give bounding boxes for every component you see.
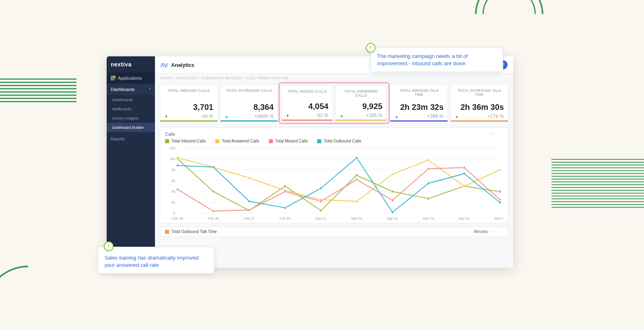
sidebar-applications-label: Applications	[118, 76, 142, 80]
svg-point-55	[212, 166, 215, 168]
legend-swatch	[165, 139, 169, 143]
svg-point-30	[391, 190, 394, 193]
alert-icon: !	[104, 241, 114, 251]
sidebar-item-wallboards[interactable]: Wallboards	[107, 104, 155, 113]
card-label: TOTAL OUTBOUND CALLS	[225, 89, 274, 93]
svg-text:Feb 26: Feb 26	[208, 217, 219, 221]
highlighted-cards: TOTAL MISSED CALLS4,054▼-52 %TOTAL ANSWE…	[281, 84, 388, 122]
minutes-legend: Total Outbound Talk Time	[165, 229, 217, 234]
trend-up-icon: ▲	[340, 113, 344, 118]
svg-text:Mar 01: Mar 01	[316, 217, 326, 221]
line-chart: 020406080100120Feb 25Feb 26Feb 27Feb 28M…	[165, 146, 503, 222]
legend-label: Total Answered Calls	[222, 139, 259, 143]
svg-point-29	[355, 174, 358, 177]
svg-point-36	[248, 177, 250, 179]
svg-text:60: 60	[171, 179, 175, 183]
stat-card[interactable]: TOTAL MISSED CALLS4,054▼-52 %	[281, 85, 333, 121]
card-value: 2h 23m 32s	[394, 103, 444, 112]
calls-chart-panel: Calls ∿ ⋮ Total Inbound CallsTotal Answe…	[160, 128, 508, 223]
svg-point-45	[212, 210, 215, 212]
svg-text:120: 120	[169, 146, 175, 150]
stat-card[interactable]: TOTAL ANSWERED CALLS9,925▲+265 %	[335, 85, 387, 121]
svg-point-48	[320, 200, 322, 202]
svg-text:Mar 04: Mar 04	[423, 217, 434, 221]
svg-point-28	[320, 209, 322, 212]
card-label: TOTAL MISSED CALLS	[286, 89, 328, 93]
alert-icon: !	[366, 43, 376, 53]
callout-text: The marketing campaign needs a bit of im…	[377, 53, 468, 66]
main-area: ⋀⋁ Analytics ▢ ◇ ? ⚲ P HOME > ANALYTICS …	[155, 56, 513, 268]
svg-point-56	[248, 200, 250, 202]
card-label: TOTAL INBOUND TALK TIME	[394, 89, 444, 97]
legend-item: Total Missed Calls	[269, 139, 308, 143]
svg-text:0: 0	[173, 211, 175, 215]
chart-more-icon[interactable]: ⋮	[499, 229, 503, 234]
card-value: 8,364	[225, 103, 274, 112]
trend-up-icon: ▲	[394, 114, 398, 119]
card-delta: +178 %	[487, 113, 504, 119]
card-value: 2h 36m 30s	[455, 103, 504, 112]
card-value: 9,925	[340, 102, 382, 111]
trend-up-icon: ▲	[225, 114, 229, 119]
svg-point-61	[427, 182, 429, 185]
page-title: Analytics	[171, 62, 194, 68]
chevron-up-icon: ˄	[149, 87, 151, 92]
svg-point-34	[176, 157, 179, 159]
svg-point-51	[427, 167, 429, 170]
chart-toggle-icon[interactable]: ∿	[491, 131, 495, 136]
callout-text: Sales training has dramatically improved…	[105, 255, 198, 268]
sidebar-section-dashboards[interactable]: Dashboards ˄	[107, 84, 155, 95]
svg-text:Mar 06: Mar 06	[495, 217, 503, 221]
svg-point-33	[499, 190, 501, 193]
sidebar-item-dashboards[interactable]: Dashboards	[107, 95, 155, 104]
trend-down-icon: ▼	[164, 114, 168, 119]
svg-point-54	[176, 164, 179, 167]
svg-point-42	[463, 185, 465, 188]
legend-label: Total Outbound Calls	[324, 139, 361, 143]
sidebar-item-dashboard-builder[interactable]: Dashboard Builder	[107, 123, 155, 132]
analytics-icon: ⋀⋁	[161, 62, 168, 68]
svg-text:Mar 05: Mar 05	[459, 217, 470, 221]
svg-point-52	[463, 167, 465, 169]
legend-swatch	[317, 139, 321, 143]
app-window: nextiva Applications Dashboards ˄ Dashbo…	[107, 56, 513, 268]
chart-more-icon[interactable]: ⋮	[499, 131, 503, 136]
legend-item: Total Inbound Calls	[165, 139, 206, 143]
svg-point-49	[355, 178, 358, 181]
svg-point-53	[499, 198, 501, 201]
svg-point-41	[427, 159, 429, 161]
stat-card[interactable]: TOTAL OUTBOUND CALLS8,364▲+3400 %	[220, 84, 278, 122]
svg-point-47	[284, 190, 286, 193]
chart-toggle-icon[interactable]: ∿	[492, 229, 495, 234]
svg-point-44	[176, 188, 179, 191]
svg-point-59	[355, 157, 358, 159]
card-value: 4,054	[286, 102, 328, 111]
stat-card[interactable]: TOTAL INBOUND TALK TIME2h 23m 32s▲+399 %	[390, 84, 448, 122]
svg-point-31	[427, 198, 429, 200]
card-delta: -52 %	[316, 113, 328, 118]
stat-card[interactable]: TOTAL INBOUND CALLS3,701▼-34 %	[160, 84, 218, 122]
card-delta: +3400 %	[254, 113, 274, 119]
svg-point-60	[391, 211, 394, 213]
trend-down-icon: ▼	[286, 113, 290, 118]
svg-point-50	[391, 199, 394, 202]
card-label: TOTAL INBOUND CALLS	[164, 89, 213, 93]
svg-point-58	[320, 187, 322, 190]
svg-point-62	[463, 172, 465, 175]
stat-card[interactable]: TOTAL OUTBOUND TALK TIME2h 36m 30s▲+178 …	[450, 84, 508, 122]
sidebar-item-survey-insights[interactable]: Survey Insights	[107, 113, 155, 123]
svg-text:Feb 28: Feb 28	[280, 217, 291, 221]
sidebar-section-label: Dashboards	[111, 87, 134, 92]
svg-text:20: 20	[171, 200, 175, 204]
svg-point-25	[212, 190, 215, 193]
legend-swatch	[215, 139, 219, 143]
card-label: TOTAL OUTBOUND TALK TIME	[455, 89, 504, 97]
minutes-panel: Total Outbound Talk Time Minutes ∿ ⋮	[160, 227, 508, 237]
svg-point-27	[284, 185, 286, 188]
legend-swatch	[165, 230, 169, 234]
legend-item: Total Outbound Calls	[317, 139, 361, 143]
svg-text:Mar 02: Mar 02	[351, 217, 362, 221]
sidebar-applications[interactable]: Applications	[107, 72, 155, 84]
sidebar-item-reports[interactable]: Reports	[107, 134, 155, 144]
stat-cards: TOTAL INBOUND CALLS3,701▼-34 %TOTAL OUTB…	[155, 82, 513, 124]
